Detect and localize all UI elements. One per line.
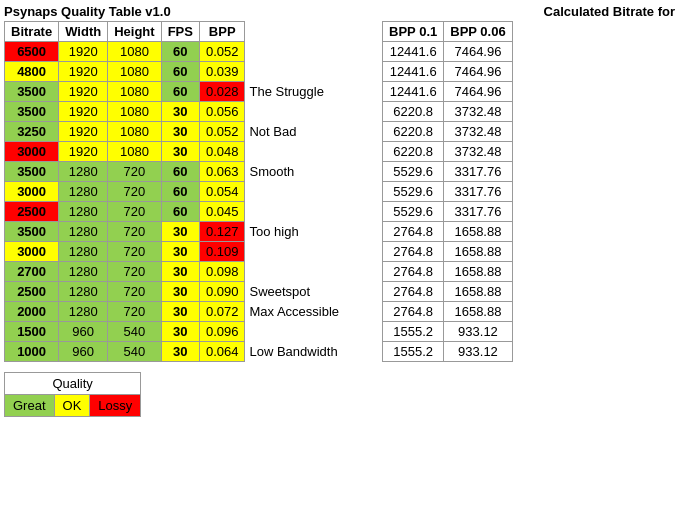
cell-height: 1080 [108, 102, 161, 122]
legend-ok: OK [54, 395, 90, 417]
cell-width: 1920 [59, 62, 108, 82]
cell-label [245, 142, 346, 162]
quality-table: BitrateWidthHeightFPSBPP 650019201080600… [4, 21, 346, 362]
cell-bpp006: 3732.48 [444, 142, 512, 162]
cell-label [245, 182, 346, 202]
cell-label [245, 242, 346, 262]
cell-height: 540 [108, 342, 161, 362]
cell-bpp: 0.054 [199, 182, 245, 202]
right-table-row: 6220.83732.48 [383, 102, 513, 122]
cell-bpp: 0.056 [199, 102, 245, 122]
right-table-row: 1555.2933.12 [383, 322, 513, 342]
cell-fps: 30 [161, 282, 199, 302]
right-table-row: 1555.2933.12 [383, 342, 513, 362]
cell-label: Sweetspot [245, 282, 346, 302]
table-row: 30001280720600.054 [5, 182, 346, 202]
cell-label: Max Accessible [245, 302, 346, 322]
cell-bpp: 0.090 [199, 282, 245, 302]
cell-bpp: 0.127 [199, 222, 245, 242]
cell-bitrate: 3500 [5, 82, 59, 102]
cell-bpp01: 2764.8 [383, 222, 444, 242]
cell-width: 960 [59, 342, 108, 362]
cell-bpp01: 1555.2 [383, 322, 444, 342]
table-row: 350019201080600.028The Struggle [5, 82, 346, 102]
cell-label: Low Bandwidth [245, 342, 346, 362]
cell-width: 1280 [59, 282, 108, 302]
cell-bpp: 0.028 [199, 82, 245, 102]
cell-bpp006: 3317.76 [444, 202, 512, 222]
col-header-fps: FPS [161, 22, 199, 42]
cell-bpp01: 2764.8 [383, 242, 444, 262]
cell-width: 1280 [59, 262, 108, 282]
cell-width: 960 [59, 322, 108, 342]
legend-section: Quality Great OK Lossy [4, 372, 346, 417]
col-header-width: Width [59, 22, 108, 42]
cell-bpp01: 5529.6 [383, 182, 444, 202]
legend-great: Great [5, 395, 55, 417]
cell-bpp01: 6220.8 [383, 122, 444, 142]
cell-bpp006: 3317.76 [444, 182, 512, 202]
cell-bitrate: 2500 [5, 202, 59, 222]
right-table-row: 12441.67464.96 [383, 82, 513, 102]
cell-height: 720 [108, 222, 161, 242]
cell-width: 1920 [59, 42, 108, 62]
cell-width: 1280 [59, 302, 108, 322]
cell-bitrate: 1500 [5, 322, 59, 342]
right-table-row: 2764.81658.88 [383, 222, 513, 242]
cell-bpp01: 12441.6 [383, 62, 444, 82]
table-row: 1500960540300.096 [5, 322, 346, 342]
table-row: 300019201080300.048 [5, 142, 346, 162]
cell-bitrate: 2000 [5, 302, 59, 322]
cell-bpp006: 933.12 [444, 342, 512, 362]
cell-width: 1280 [59, 162, 108, 182]
table-row: 27001280720300.098 [5, 262, 346, 282]
left-title: Psynaps Quality Table v1.0 [4, 4, 171, 19]
cell-bpp01: 6220.8 [383, 102, 444, 122]
cell-bpp006: 7464.96 [444, 82, 512, 102]
col-header-label [245, 22, 346, 42]
cell-bitrate: 1000 [5, 342, 59, 362]
right-table-row: 12441.67464.96 [383, 62, 513, 82]
cell-bpp006: 3732.48 [444, 102, 512, 122]
right-table-row: 2764.81658.88 [383, 302, 513, 322]
table-row: 20001280720300.072Max Accessible [5, 302, 346, 322]
cell-label: Too high [245, 222, 346, 242]
main-table-section: BitrateWidthHeightFPSBPP 650019201080600… [4, 21, 346, 417]
table-row: 325019201080300.052Not Bad [5, 122, 346, 142]
cell-bpp: 0.064 [199, 342, 245, 362]
cell-height: 1080 [108, 142, 161, 162]
cell-bpp006: 3317.76 [444, 162, 512, 182]
cell-width: 1280 [59, 242, 108, 262]
cell-bpp006: 7464.96 [444, 62, 512, 82]
cell-label [245, 42, 346, 62]
cell-label: The Struggle [245, 82, 346, 102]
cell-width: 1280 [59, 202, 108, 222]
cell-height: 1080 [108, 62, 161, 82]
cell-bitrate: 2700 [5, 262, 59, 282]
cell-fps: 30 [161, 262, 199, 282]
cell-bpp: 0.096 [199, 322, 245, 342]
cell-height: 720 [108, 202, 161, 222]
cell-height: 720 [108, 282, 161, 302]
cell-fps: 30 [161, 142, 199, 162]
legend-title: Quality [5, 373, 141, 395]
cell-height: 1080 [108, 82, 161, 102]
right-col-header-BPP006: BPP 0.06 [444, 22, 512, 42]
cell-bpp: 0.109 [199, 242, 245, 262]
cell-label [245, 202, 346, 222]
legend-lossy: Lossy [90, 395, 141, 417]
right-table-row: 5529.63317.76 [383, 182, 513, 202]
cell-bpp006: 3732.48 [444, 122, 512, 142]
cell-label [245, 262, 346, 282]
cell-bpp: 0.072 [199, 302, 245, 322]
cell-fps: 30 [161, 302, 199, 322]
cell-label: Not Bad [245, 122, 346, 142]
cell-bpp01: 5529.6 [383, 202, 444, 222]
cell-bpp01: 2764.8 [383, 302, 444, 322]
cell-fps: 30 [161, 122, 199, 142]
cell-bpp01: 12441.6 [383, 42, 444, 62]
cell-width: 1280 [59, 182, 108, 202]
right-col-header-BPP01: BPP 0.1 [383, 22, 444, 42]
cell-fps: 60 [161, 202, 199, 222]
cell-bpp01: 12441.6 [383, 82, 444, 102]
